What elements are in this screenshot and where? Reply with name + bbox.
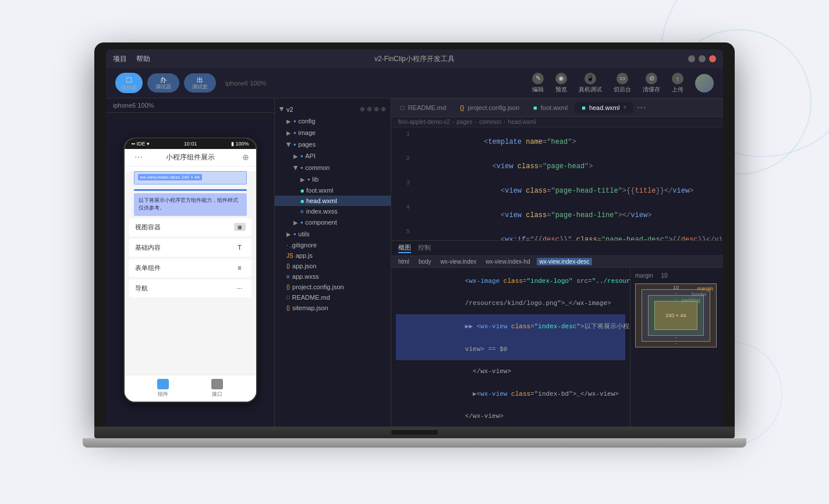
background-label: 切后台 (614, 86, 631, 94)
preview-action[interactable]: ◉ 预览 (555, 73, 567, 94)
phone-menu-item-2[interactable]: 基础内容 T (129, 239, 251, 257)
config-label: config (298, 118, 315, 125)
simulator-button[interactable]: □ 模拟器 (115, 73, 143, 94)
elem-wx-view-index-hd[interactable]: wx-view.index-hd (483, 258, 532, 265)
minimize-button[interactable] (688, 55, 695, 62)
tree-component[interactable]: ▶ ▪ component (275, 216, 391, 228)
phone-menu-item-3[interactable]: 表单组件 ≡ (129, 259, 251, 277)
component-label: component (305, 219, 336, 226)
tab-readme[interactable]: □ README.md (394, 102, 453, 113)
project-config-label: project.config.json (292, 283, 344, 290)
tree-head-wxml[interactable]: ■ head.wxml (275, 196, 391, 206)
tree-app-wxss[interactable]: ≡ app.wxss (275, 271, 391, 282)
tree-lib[interactable]: ▶ ▪ lib (275, 173, 391, 185)
phone-highlight-box: wx-view.index-desc 240 × 44 (134, 171, 247, 184)
preview-label: 预览 (555, 86, 567, 94)
line-content-4: <view class="page-head-line"></view> (417, 203, 718, 228)
app-json-icon: {} (286, 263, 290, 269)
toolbar-right: ✎ 编辑 ◉ 预览 📱 真机调试 ▭ 切后台 (532, 73, 714, 94)
menu-help[interactable]: 帮助 (136, 54, 150, 64)
edit-action[interactable]: ✎ 编辑 (532, 73, 544, 94)
tree-gitignore[interactable]: · .gitignore (275, 240, 391, 250)
tree-image[interactable]: ▶ ▪ image (275, 127, 391, 139)
code-line-3: 3 <view class="page-head-title">{{title}… (391, 179, 723, 203)
tree-api[interactable]: ▶ ▪ API (275, 150, 391, 162)
common-label: common (305, 164, 330, 171)
sitemap-label: sitemap.json (292, 304, 328, 311)
gitignore-icon: · (286, 242, 288, 249)
dom-line-6: ▶<wx-view class="index-bd">_</wx-view> (396, 382, 625, 405)
debugger-button[interactable]: 办 调试器 (147, 73, 179, 93)
sitemap-icon: {} (286, 305, 290, 311)
upload-action[interactable]: ↑ 上传 (672, 73, 683, 94)
code-line-1: 1 <template name="head"> (391, 130, 723, 154)
tree-readme[interactable]: □ README.md (275, 292, 391, 303)
dom-line-1: <wx-image class="index-logo" src="../res… (396, 270, 625, 292)
toolbar-left: □ 模拟器 办 调试器 出 测试套 (115, 73, 216, 94)
tab-project-config[interactable]: {} project.config.json (453, 102, 526, 113)
box-model-title: margin 10 (635, 272, 718, 279)
tab-foot-wxml[interactable]: ■ foot.wxml (526, 102, 575, 113)
tab-head-wxml[interactable]: ■ head.wxml × (575, 102, 633, 113)
utils-label: utils (298, 230, 310, 237)
config-arrow: ▶ (286, 118, 291, 125)
tree-project-config[interactable]: {} project.config.json (275, 282, 391, 292)
elem-wx-view-index-desc[interactable]: wx-view.index-desc (537, 258, 591, 265)
tree-common[interactable]: ▶ ▪ common (275, 162, 391, 173)
device-label: iphone6 100% (225, 80, 266, 87)
dom-arrow-6: ▶ (465, 391, 477, 397)
tree-config[interactable]: ▶ ▪ config (275, 115, 391, 127)
head-tab-icon: ■ (582, 104, 586, 111)
phone-menu-icon-2: T (234, 243, 246, 251)
testkit-label: 测试套 (192, 84, 208, 91)
user-avatar[interactable] (695, 74, 714, 93)
head-tab-close[interactable]: × (623, 104, 626, 111)
menu-project[interactable]: 项目 (113, 54, 127, 64)
background-action[interactable]: ▭ 切后台 (614, 73, 631, 94)
tree-root-label: v2 (286, 106, 293, 113)
elem-body[interactable]: body (416, 258, 434, 265)
phone-menu-icon-1: ▦ (234, 223, 246, 231)
app-wxss-icon: ≡ (286, 274, 290, 280)
breadcrumb-file: head.wxml (508, 119, 536, 125)
phone-menu-icon-4: ··· (234, 284, 246, 292)
tabs-more[interactable]: ⋯ (633, 102, 650, 113)
tree-pages[interactable]: ▶ ▪ pages (275, 139, 391, 150)
tree-app-json[interactable]: {} app.json (275, 261, 391, 271)
tree-foot-wxml[interactable]: ■ foot.wxml (275, 185, 391, 196)
code-editor[interactable]: 1 <template name="head"> 2 <view class="… (391, 127, 723, 240)
tree-sitemap[interactable]: {} sitemap.json (275, 303, 391, 313)
dom-preview[interactable]: <wx-image class="index-logo" src="../res… (391, 268, 630, 427)
lib-folder-icon: ▪ (307, 175, 310, 183)
phone-menu-icon[interactable]: ⊕ (235, 152, 249, 162)
bottom-tab-console[interactable]: 控制 (418, 243, 431, 253)
phone-nav-api[interactable]: 接口 (211, 379, 223, 398)
content-box: 240 × 44 (654, 301, 697, 330)
upload-label: 上传 (672, 86, 683, 94)
elem-wx-view-index[interactable]: wx-view.index (438, 258, 479, 265)
bottom-tab-overview[interactable]: 概图 (398, 243, 411, 253)
phone-content: wx-view.index-desc 240 × 44 以下将展示小程序官方组件… (125, 171, 256, 375)
phone-bottom-nav: 组件 接口 (125, 375, 256, 402)
phone-nav-label-api: 接口 (212, 391, 222, 398)
readme-label: README.md (292, 294, 330, 301)
close-button[interactable] (709, 55, 716, 62)
tree-index-wxss[interactable]: ≡ index.wxss (275, 206, 391, 216)
clear-cache-action[interactable]: ⊘ 清缓存 (643, 73, 660, 94)
head-wxml-label: head.wxml (306, 197, 337, 204)
device-debug-action[interactable]: 📱 真机调试 (579, 73, 602, 94)
screen-bezel: 项目 帮助 v2-FinClip小程序开发工具 □ 模拟器 (94, 42, 735, 427)
phone-menu-item-1[interactable]: 视图容器 ▦ (129, 218, 251, 236)
foot-tab-label: foot.wxml (541, 104, 568, 111)
window-controls (688, 55, 716, 62)
phone-menu-item-4[interactable]: 导航 ··· (129, 279, 251, 297)
phone-nav-components[interactable]: 组件 (157, 379, 169, 398)
dom-indicator: ▶▶ (465, 323, 477, 330)
tree-utils[interactable]: ▶ ▪ utils (275, 228, 391, 240)
lib-arrow: ▶ (300, 176, 305, 183)
tree-app-js[interactable]: JS app.js (275, 250, 391, 261)
elem-html[interactable]: html (396, 258, 412, 265)
maximize-button[interactable] (699, 55, 706, 62)
testkit-button[interactable]: 出 测试套 (184, 73, 216, 93)
code-line-2: 2 <view class="page-head"> (391, 154, 723, 179)
